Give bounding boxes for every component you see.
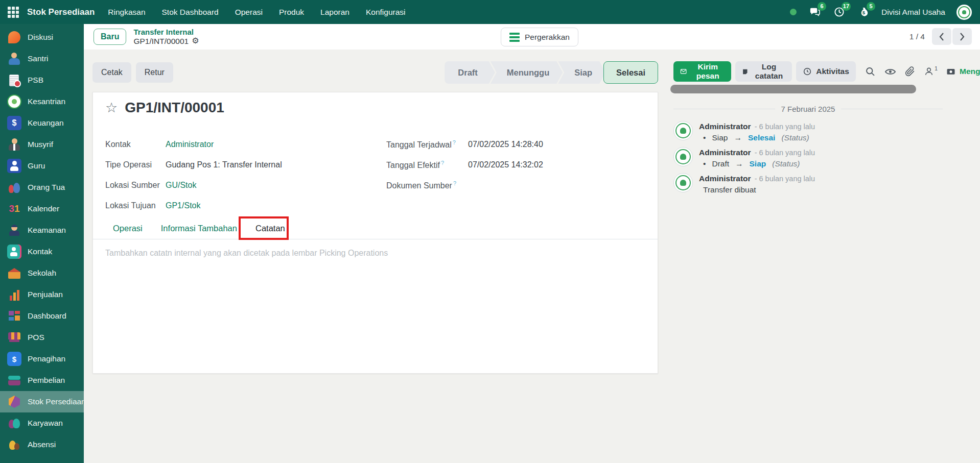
sidebar-item-karyawan[interactable]: Karyawan [0, 412, 84, 434]
new-button[interactable]: Baru [94, 29, 126, 45]
status-step-draft[interactable]: Draft [445, 61, 495, 84]
messages-icon[interactable]: 6 [808, 6, 821, 19]
watch-eye-icon[interactable] [884, 66, 896, 77]
menu-operasi[interactable]: Operasi [235, 8, 263, 17]
sidebar-item-stok-persediaan[interactable]: Stok Persediaan [0, 391, 84, 412]
field-label: Kontak [105, 140, 166, 149]
send-message-button[interactable]: Kirim pesan [673, 61, 731, 82]
sidebar-item-orang-tua[interactable]: Orang Tua [0, 177, 84, 198]
psb-icon [7, 73, 21, 87]
pos-icon [7, 330, 21, 345]
field-label: Tanggal Terjadwal? [386, 139, 468, 150]
sidebar-item-keuangan[interactable]: Keuangan [0, 112, 84, 134]
tab-informasi-tambahan[interactable]: Informasi Tambahan [161, 224, 237, 233]
message-author[interactable]: Administrator [699, 148, 751, 157]
fields-left-column: Kontak Administrator Tipe Operasi Gudang… [105, 134, 282, 216]
sidebar-item-kesantrian[interactable]: Kesantrian [0, 91, 84, 112]
user-avatar[interactable] [956, 5, 972, 20]
menu-stok-dashboard[interactable]: Stok Dashboard [162, 8, 219, 17]
fields-right-column: Tanggal Terjadwal? 07/02/2025 14:28:40 T… [386, 134, 543, 196]
field-value-link[interactable]: GP1/Stok [166, 201, 200, 210]
status-step-menunggu[interactable]: Menunggu [491, 61, 563, 84]
pager-next-button[interactable] [952, 28, 972, 45]
sidebar-item-kontak[interactable]: Kontak [0, 241, 84, 262]
sidebar-item-kalender[interactable]: Kalender [0, 198, 84, 220]
sidebar-item-santri[interactable]: Santri [0, 48, 84, 69]
message-author[interactable]: Administrator [699, 174, 751, 183]
field-label: Dokumen Sumber? [386, 180, 468, 190]
sidebar-item-keamanan[interactable]: Keamanan [0, 220, 84, 241]
sales-icon[interactable]: $ 5 [857, 6, 870, 19]
systray: 6 17 $ 5 Divisi Amal Usaha [790, 5, 980, 20]
field-value[interactable]: 07/02/2025 14:32:02 [468, 160, 543, 169]
message: Administrator - 6 bulan yang lalu • Draf… [673, 147, 980, 168]
attachment-paperclip-icon[interactable] [905, 66, 915, 77]
statusbar: Draft Menunggu Siap Selesai [445, 61, 658, 84]
breadcrumb-parent[interactable]: Transfer Internal [133, 28, 199, 36]
message-author[interactable]: Administrator [699, 122, 751, 131]
sidebar-item-absensi[interactable]: Absensi [0, 434, 84, 455]
sidebar-item-penagihan[interactable]: Penagihan [0, 348, 84, 370]
avatar [673, 173, 693, 192]
field-value[interactable]: 07/02/2025 14:28:40 [468, 140, 543, 149]
messages-badge: 6 [818, 2, 826, 11]
menu-konfigurasi[interactable]: Konfigurasi [366, 8, 406, 17]
status-link: Selesai [748, 133, 775, 142]
penjualan-icon [7, 287, 21, 302]
sidebar-item-label: Karyawan [28, 419, 63, 428]
field-value[interactable]: Gudang Pos 1: Transfer Internal [166, 160, 282, 169]
breadcrumb: Transfer Internal GP1/INT/00001 ⚙ [133, 28, 199, 46]
field-tanggal-terjadwal: Tanggal Terjadwal? 07/02/2025 14:28:40 [386, 134, 543, 155]
search-messages-icon[interactable] [865, 66, 876, 77]
moves-button[interactable]: Pergerakkan [501, 28, 578, 46]
sidebar-item-guru[interactable]: Guru [0, 155, 84, 177]
sidebar-item-pembelian[interactable]: Pembelian [0, 370, 84, 391]
karyawan-icon [7, 416, 21, 430]
online-status-dot [790, 9, 797, 15]
sidebar-item-label: Keamanan [28, 226, 66, 235]
sidebar-item-label: Stok Persediaan [28, 397, 86, 406]
status-step-selesai[interactable]: Selesai [603, 61, 658, 84]
envelope-icon [680, 67, 687, 76]
follow-button[interactable]: Meng [946, 66, 980, 77]
sidebar-item-dashboard[interactable]: Dashboard [0, 305, 84, 327]
log-note-button[interactable]: Log catatan [735, 61, 792, 82]
user-name[interactable]: Divisi Amal Usaha [881, 8, 945, 17]
sidebar-item-diskusi[interactable]: Diskusi [0, 27, 84, 48]
activity-button[interactable]: Aktivitas [796, 61, 856, 82]
field-tanggal-efektif: Tanggal Efektif? 07/02/2025 14:32:02 [386, 155, 543, 175]
activities-icon[interactable]: 17 [832, 6, 846, 19]
help-icon: ? [453, 180, 456, 186]
sidebar-item-pos[interactable]: POS [0, 327, 84, 348]
tab-catatan[interactable]: Catatan [255, 224, 285, 233]
sidebar-item-musyrif[interactable]: Musyrif [0, 134, 84, 155]
notes-input[interactable]: Tambahkan catatn internal yang akan dice… [105, 249, 645, 258]
sidebar-item-penjualan[interactable]: Penjualan [0, 284, 84, 305]
gear-icon[interactable]: ⚙ [192, 36, 199, 45]
follower-count: 1 [935, 65, 938, 71]
pager-previous-button[interactable] [932, 28, 951, 45]
orang-tua-icon [7, 180, 21, 194]
app-title[interactable]: Stok Persediaan [27, 7, 95, 17]
sidebar-item-sekolah[interactable]: Sekolah [0, 262, 84, 284]
sidebar-item-psb[interactable]: PSB [0, 69, 84, 91]
activity-clock-icon [803, 67, 812, 76]
favorite-star-icon[interactable]: ☆ [105, 101, 118, 115]
apps-grid-icon[interactable] [8, 7, 19, 18]
followers-count-icon[interactable]: 1 [924, 66, 938, 77]
pembelian-icon [7, 373, 21, 387]
field-value-link[interactable]: Administrator [166, 140, 214, 149]
notebook-tabs: Operasi Informasi Tambahan Catatan [93, 218, 658, 239]
menu-produk[interactable]: Produk [279, 8, 304, 17]
tab-operasi[interactable]: Operasi [113, 224, 143, 233]
sidebar-item-label: POS [28, 333, 44, 342]
message: Administrator - 6 bulan yang lalu Transf… [673, 173, 980, 194]
field-value-link[interactable]: GU/Stok [166, 181, 196, 190]
return-button[interactable]: Retur [136, 62, 173, 83]
chatter-toolbar: Kirim pesan Log catatan Aktivitas 1 [673, 61, 980, 82]
message-body: • Draft → Siap (Status) [699, 159, 815, 168]
print-button[interactable]: Cetak [92, 62, 131, 83]
status-step-siap[interactable]: Siap [558, 61, 605, 84]
menu-laporan[interactable]: Laporan [320, 8, 349, 17]
menu-ringkasan[interactable]: Ringkasan [108, 8, 145, 17]
